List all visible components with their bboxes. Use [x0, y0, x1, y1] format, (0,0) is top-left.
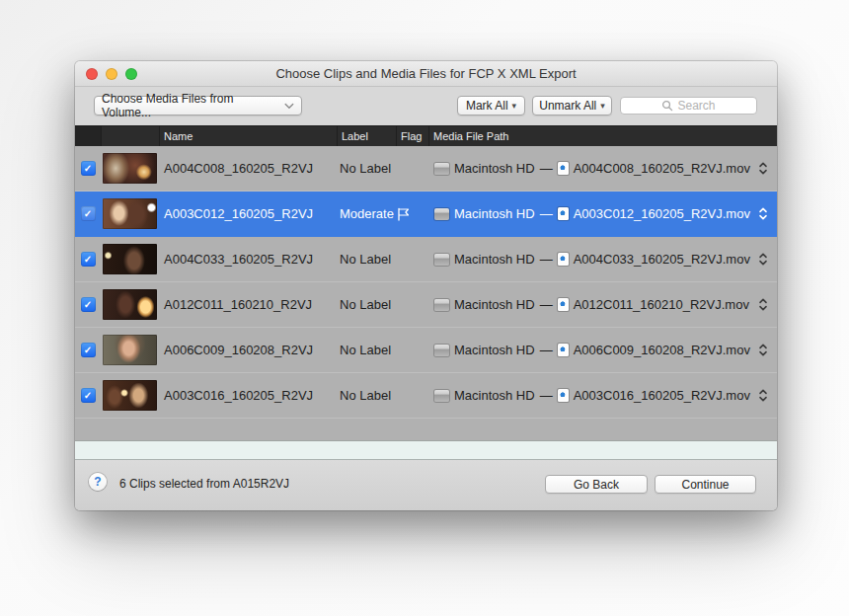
file-name: A006C009_160208_R2VJ.mov [574, 343, 750, 357]
unmark-all-label: Unmark All [539, 99, 596, 113]
clip-name: A012C011_160210_R2VJ [159, 297, 337, 312]
search-icon [661, 100, 673, 112]
clip-name: A003C016_160205_R2VJ [159, 388, 337, 403]
checkmark-icon: ✓ [84, 254, 92, 265]
volume-dropdown[interactable]: Choose Media Files from Volume... [94, 96, 302, 116]
window-title: Choose Clips and Media Files for FCP X X… [275, 66, 576, 81]
header-flag[interactable]: Flag [396, 126, 428, 146]
row-checkbox[interactable]: ✓ [81, 252, 96, 267]
triangle-down-icon: ▾ [512, 102, 517, 111]
file-name: A003C012_160205_R2VJ.mov [574, 206, 750, 221]
clip-thumbnail [103, 335, 157, 365]
export-dialog-window: Choose Clips and Media Files for FCP X X… [75, 61, 777, 510]
unmark-all-button[interactable]: Unmark All ▾ [532, 96, 612, 116]
row-checkbox[interactable]: ✓ [81, 206, 96, 221]
path-separator: — [540, 297, 553, 312]
toolbar: Choose Media Files from Volume... Mark A… [75, 87, 777, 125]
volume-name: Macintosh HD [454, 161, 535, 176]
file-name: A012C011_160210_R2VJ.mov [574, 297, 749, 312]
continue-button[interactable]: Continue [655, 475, 756, 494]
volume-name: Macintosh HD [454, 343, 535, 357]
clip-label: No Label [337, 388, 396, 403]
clip-label: No Label [337, 343, 396, 357]
row-checkbox[interactable]: ✓ [81, 297, 96, 312]
up-down-chevrons-icon [758, 297, 768, 312]
table-row[interactable]: ✓ A003C016_160205_R2VJ No Label Macintos… [75, 373, 777, 419]
path-separator: — [540, 343, 553, 357]
clip-thumbnail [103, 289, 157, 320]
flag-icon [396, 207, 412, 221]
clip-thumbnail [103, 198, 157, 229]
bottom-bar: ? 6 Clips selected from A015R2VJ Go Back… [75, 460, 777, 510]
up-down-chevrons-icon [758, 161, 768, 176]
path-stepper[interactable] [748, 161, 777, 176]
media-file-path: Macintosh HD — A004C033_160205_R2VJ.mov [428, 252, 748, 267]
hard-drive-icon [434, 254, 449, 266]
table-empty-area [75, 419, 777, 441]
file-name: A004C033_160205_R2VJ.mov [574, 252, 750, 267]
up-down-chevrons-icon [758, 343, 768, 357]
table-row[interactable]: ✓ A004C008_160205_R2VJ No Label Macintos… [75, 146, 777, 192]
window-controls [86, 68, 137, 80]
header-name[interactable]: Name [159, 126, 337, 146]
media-file-path: Macintosh HD — A003C012_160205_R2VJ.mov [428, 206, 748, 221]
path-separator: — [540, 252, 553, 267]
clip-label: No Label [337, 161, 396, 176]
triangle-down-icon: ▾ [600, 102, 605, 111]
zoom-button[interactable] [125, 68, 137, 80]
checkmark-icon: ✓ [84, 390, 92, 401]
close-button[interactable] [86, 68, 98, 80]
hard-drive-icon [434, 345, 449, 356]
clip-thumbnail [103, 244, 157, 274]
search-input[interactable]: Search [620, 97, 757, 115]
title-bar: Choose Clips and Media Files for FCP X X… [75, 61, 777, 87]
clip-label: No Label [337, 297, 396, 312]
hard-drive-icon [434, 208, 449, 220]
table-row[interactable]: ✓ A003C012_160205_R2VJ Moderate Macintos… [75, 192, 777, 237]
clip-name: A003C012_160205_R2VJ [159, 206, 337, 221]
up-down-chevrons-icon [758, 252, 768, 267]
search-placeholder: Search [677, 99, 715, 113]
path-stepper[interactable] [748, 206, 777, 221]
header-label[interactable]: Label [337, 126, 396, 146]
path-separator: — [540, 206, 553, 221]
row-checkbox[interactable]: ✓ [81, 161, 96, 176]
volume-name: Macintosh HD [454, 388, 535, 403]
go-back-button[interactable]: Go Back [545, 475, 648, 494]
header-media-file-path[interactable]: Media File Path [428, 126, 777, 146]
flag-cell [396, 207, 428, 221]
table-header: Name Label Flag Media File Path [75, 125, 777, 146]
media-file-path: Macintosh HD — A012C011_160210_R2VJ.mov [428, 297, 748, 312]
movie-file-icon [558, 162, 569, 175]
volume-dropdown-label: Choose Media Files from Volume... [102, 92, 284, 119]
hard-drive-icon [434, 390, 449, 402]
media-file-path: Macintosh HD — A003C016_160205_R2VJ.mov [428, 388, 748, 403]
header-checkbox-column [75, 126, 101, 146]
media-file-path: Macintosh HD — A006C009_160208_R2VJ.mov [428, 343, 748, 357]
movie-file-icon [558, 207, 569, 220]
mark-all-button[interactable]: Mark All ▾ [457, 96, 525, 116]
movie-file-icon [558, 253, 569, 266]
volume-name: Macintosh HD [454, 297, 535, 312]
status-text: 6 Clips selected from A015R2VJ [119, 477, 289, 491]
file-name: A004C008_160205_R2VJ.mov [574, 161, 750, 176]
volume-name: Macintosh HD [454, 206, 535, 221]
checkmark-icon: ✓ [84, 345, 92, 355]
hard-drive-icon [434, 299, 449, 311]
table-row[interactable]: ✓ A006C009_160208_R2VJ No Label Macintos… [75, 328, 777, 373]
row-checkbox[interactable]: ✓ [81, 388, 96, 403]
table-row[interactable]: ✓ A012C011_160210_R2VJ No Label Macintos… [75, 282, 777, 328]
path-separator: — [540, 161, 553, 176]
table-row[interactable]: ✓ A004C033_160205_R2VJ No Label Macintos… [75, 237, 777, 282]
help-button[interactable]: ? [89, 473, 107, 491]
path-stepper[interactable] [748, 343, 777, 357]
row-checkbox[interactable]: ✓ [81, 343, 96, 357]
minimize-button[interactable] [106, 68, 117, 80]
path-stepper[interactable] [748, 252, 777, 267]
chevron-down-icon [284, 103, 294, 110]
volume-name: Macintosh HD [454, 252, 535, 267]
file-name: A003C016_160205_R2VJ.mov [574, 388, 750, 403]
path-stepper[interactable] [748, 388, 777, 403]
desktop-background: Choose Clips and Media Files for FCP X X… [0, 0, 849, 616]
path-stepper[interactable] [748, 297, 777, 312]
